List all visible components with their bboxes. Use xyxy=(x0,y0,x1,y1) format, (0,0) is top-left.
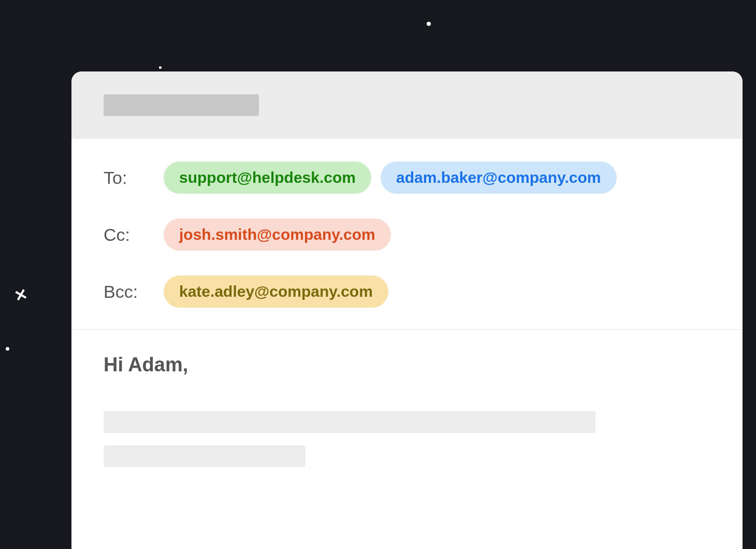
recipients-section: To: support@helpdesk.com adam.baker@comp… xyxy=(71,139,743,330)
recipient-chip[interactable]: support@helpdesk.com xyxy=(164,162,371,194)
decorative-dot xyxy=(6,347,9,351)
to-label: To: xyxy=(104,168,141,188)
decorative-sparkle-icon: ✕ xyxy=(12,286,27,301)
to-chips[interactable]: support@helpdesk.com adam.baker@company.… xyxy=(164,162,617,194)
recipient-chip[interactable]: adam.baker@company.com xyxy=(381,162,617,194)
bcc-row: Bcc: kate.adley@company.com xyxy=(104,276,710,308)
cc-label: Cc: xyxy=(104,225,141,245)
email-body[interactable]: Hi Adam, xyxy=(71,330,743,503)
cc-chips[interactable]: josh.smith@company.com xyxy=(164,219,391,251)
subject-placeholder xyxy=(104,94,259,116)
decorative-dot xyxy=(159,66,162,69)
subject-bar[interactable] xyxy=(71,71,743,139)
email-greeting: Hi Adam, xyxy=(104,354,710,376)
body-text-placeholder xyxy=(104,445,306,467)
decorative-dot xyxy=(427,22,431,26)
to-row: To: support@helpdesk.com adam.baker@comp… xyxy=(104,162,710,194)
bcc-label: Bcc: xyxy=(104,282,141,302)
cc-row: Cc: josh.smith@company.com xyxy=(104,219,710,251)
email-compose-window: To: support@helpdesk.com adam.baker@comp… xyxy=(71,71,743,549)
bcc-chips[interactable]: kate.adley@company.com xyxy=(164,276,388,308)
recipient-chip[interactable]: josh.smith@company.com xyxy=(164,219,391,251)
recipient-chip[interactable]: kate.adley@company.com xyxy=(164,276,388,308)
body-text-placeholder xyxy=(104,411,595,433)
